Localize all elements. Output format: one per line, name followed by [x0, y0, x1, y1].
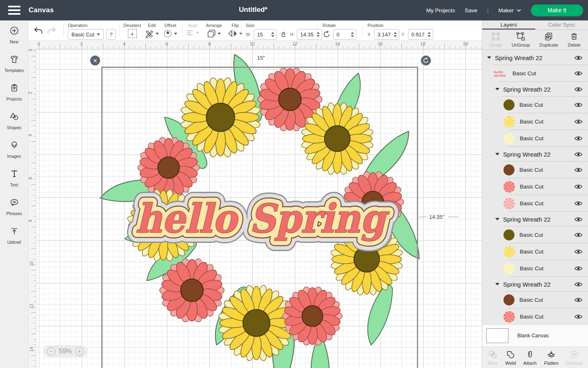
y-stepper[interactable] — [426, 32, 432, 37]
svg-text:hello Spring: hello Spring — [136, 195, 390, 242]
collapse-caret-icon[interactable] — [495, 283, 499, 285]
layer-item-row[interactable]: Basic Cut — [482, 96, 588, 113]
delete-icon — [570, 32, 579, 42]
operation-select[interactable]: Basic Cut — [68, 29, 104, 40]
redo-button[interactable] — [47, 26, 56, 35]
x-stepper[interactable] — [392, 32, 398, 37]
rotate-selection-handle[interactable] — [420, 55, 432, 66]
visibility-eye-icon[interactable] — [575, 71, 582, 76]
layer-item-row[interactable]: Basic Cut — [482, 195, 588, 212]
canvas-area[interactable]: hello Spring hello Spring hello Spring h… — [36, 49, 482, 368]
arrange-icon — [207, 29, 216, 38]
collapse-caret-icon[interactable] — [495, 153, 499, 155]
layer-item-row[interactable]: hello spring Basic Cut — [482, 65, 588, 82]
sidebar-item-phrases[interactable]: Phrases — [0, 192, 28, 221]
visibility-eye-icon[interactable] — [575, 217, 582, 222]
layer-item-row[interactable]: Basic Cut — [482, 162, 588, 178]
layer-item-row[interactable]: Basic Cut — [482, 178, 588, 195]
height-stepper[interactable] — [315, 32, 321, 37]
layer-item-row[interactable]: Basic Cut — [482, 243, 588, 260]
layer-thumbnail — [503, 263, 515, 274]
selection-width-label: 15" — [249, 55, 273, 61]
visibility-eye-icon[interactable] — [575, 152, 582, 157]
rotate-stepper[interactable] — [350, 32, 355, 37]
document-title[interactable]: Untitled* — [220, 6, 286, 14]
layer-item-row[interactable]: Basic Cut — [482, 308, 588, 324]
blank-canvas-row[interactable]: Blank Canvas — [482, 324, 588, 347]
sidebar-item-new[interactable]: New — [0, 20, 28, 49]
layer-item-row[interactable]: Basic Cut — [482, 113, 588, 130]
layer-thumbnail — [503, 311, 515, 323]
edit-caret-icon — [156, 33, 159, 35]
sidebar-item-images[interactable]: Images — [0, 135, 28, 164]
tab-layers[interactable]: Layers — [482, 20, 535, 29]
phrases-icon — [9, 197, 19, 209]
header-nav: My Projects Save | Maker Make It — [426, 0, 583, 20]
flatten-button[interactable]: Flatten — [544, 350, 558, 366]
layer-group-row[interactable]: Spring Wreath 22 — [482, 50, 588, 65]
y-position-input[interactable]: 0.917 — [408, 29, 433, 40]
visibility-eye-icon[interactable] — [575, 87, 582, 92]
layer-item-row[interactable]: Basic Cut — [482, 227, 588, 243]
deselect-tool[interactable]: Deselect + — [122, 23, 143, 39]
sidebar-item-templates[interactable]: Templates — [0, 49, 28, 78]
save-link[interactable]: Save — [465, 7, 477, 13]
visibility-eye-icon[interactable] — [575, 266, 582, 271]
visibility-eye-icon[interactable] — [575, 297, 582, 303]
app-root: Canvas Untitled* My Projects Save | Make… — [0, 0, 588, 368]
edit-tool[interactable]: Edit — [145, 23, 159, 39]
visibility-eye-icon[interactable] — [575, 119, 582, 124]
x-position-input[interactable]: 3.147 — [374, 29, 399, 40]
sidebar-item-upload[interactable]: Upload — [0, 221, 28, 249]
duplicate-button[interactable]: Duplicate — [539, 32, 558, 47]
collapse-caret-icon[interactable] — [495, 88, 499, 90]
visibility-eye-icon[interactable] — [575, 136, 582, 141]
visibility-eye-icon[interactable] — [575, 102, 582, 108]
layer-group-row[interactable]: Spring Wreath 22 — [482, 82, 588, 96]
zoom-in-button[interactable]: + — [75, 347, 84, 356]
wreath-artwork[interactable]: hello Spring hello Spring hello Spring h… — [36, 49, 482, 368]
width-stepper[interactable] — [270, 32, 276, 37]
layer-item-row[interactable]: Basic Cut — [482, 130, 588, 147]
rotate-input[interactable]: 0 — [333, 29, 356, 40]
layer-item-row[interactable]: Basic Cut — [482, 260, 588, 277]
hello-spring-text[interactable]: hello Spring hello Spring hello Spring h… — [136, 195, 390, 242]
sidebar-item-projects[interactable]: Projects — [0, 78, 28, 106]
layer-group-row[interactable]: Spring Wreath 22 — [482, 147, 588, 162]
panel-tabs: LayersColor Sync — [482, 20, 588, 30]
visibility-eye-icon[interactable] — [575, 282, 582, 287]
visibility-eye-icon[interactable] — [575, 249, 582, 254]
make-it-button[interactable]: Make It — [531, 4, 583, 16]
delete-selection-handle[interactable]: ✕ — [89, 55, 101, 66]
collapse-caret-icon[interactable] — [487, 56, 491, 59]
layer-group-row[interactable]: Spring Wreath 22 — [482, 277, 588, 292]
offset-tool[interactable]: Offset — [162, 23, 179, 39]
visibility-eye-icon[interactable] — [575, 314, 582, 319]
collapse-caret-icon[interactable] — [495, 218, 499, 220]
layer-item-row[interactable]: Basic Cut — [482, 292, 588, 308]
layer-group-row[interactable]: Spring Wreath 22 — [482, 212, 588, 227]
visibility-eye-icon[interactable] — [575, 201, 582, 206]
weld-icon — [506, 350, 515, 360]
tab-color-sync[interactable]: Color Sync — [535, 20, 588, 29]
delete-button[interactable]: Delete — [568, 32, 581, 47]
arrange-tool[interactable]: Arrange — [203, 23, 225, 39]
weld-button[interactable]: Weld — [505, 350, 516, 366]
visibility-eye-icon[interactable] — [575, 232, 582, 238]
my-projects-link[interactable]: My Projects — [426, 7, 455, 13]
visibility-eye-icon[interactable] — [575, 184, 582, 189]
sidebar-item-shapes[interactable]: Shapes — [0, 106, 28, 135]
undo-button[interactable] — [33, 26, 43, 35]
operation-help-button[interactable]: ? — [106, 29, 116, 40]
height-input[interactable]: 14.35 — [297, 29, 322, 40]
ungroup-button[interactable]: UnGroup — [512, 32, 530, 47]
zoom-out-button[interactable]: − — [47, 347, 56, 356]
machine-select[interactable]: Maker — [498, 7, 521, 13]
sidebar-item-text[interactable]: Text — [0, 164, 28, 192]
visibility-eye-icon[interactable] — [575, 167, 582, 173]
visibility-eye-icon[interactable] — [575, 55, 582, 61]
lock-icon[interactable] — [279, 31, 288, 38]
width-input[interactable]: 15 — [254, 29, 277, 40]
menu-icon[interactable] — [8, 6, 20, 15]
attach-button[interactable]: Attach — [523, 350, 537, 366]
